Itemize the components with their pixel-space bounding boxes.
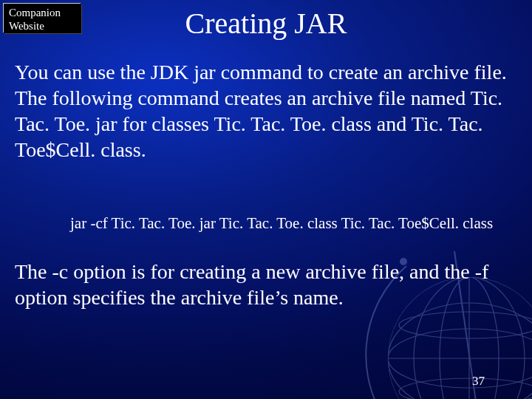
command-line: jar -cf Tic. Tac. Toe. jar Tic. Tac. Toe… bbox=[70, 214, 493, 233]
slide: Companion Website Creating JAR You can u… bbox=[0, 0, 532, 399]
svg-point-2 bbox=[388, 329, 532, 388]
page-number: 37 bbox=[472, 374, 485, 389]
svg-point-8 bbox=[399, 312, 532, 338]
svg-point-9 bbox=[399, 378, 532, 399]
slide-title: Creating JAR bbox=[0, 6, 532, 41]
svg-point-3 bbox=[388, 303, 532, 399]
body-paragraph-2: The -c option is for creating a new arch… bbox=[15, 259, 517, 310]
body-paragraph-1: You can use the JDK jar command to creat… bbox=[15, 59, 517, 163]
